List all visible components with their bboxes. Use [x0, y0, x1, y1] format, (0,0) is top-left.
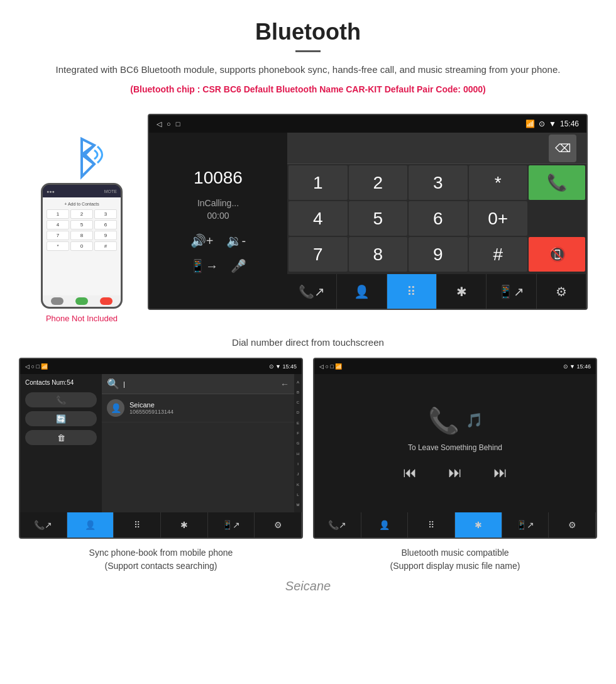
- contact-info: Seicane 10655059113144: [129, 401, 289, 415]
- key-4[interactable]: 4: [289, 201, 348, 236]
- contacts-right-panel: 🔍 | ← 👤 Seicane 10655059113144: [102, 374, 294, 512]
- music-body: 📞 🎵 To Leave Something Behind ⏮ ⏭ ⏭: [314, 374, 596, 512]
- caption-left-text: Sync phone-book from mobile phone(Suppor…: [89, 548, 233, 571]
- phone-keypad: 1 2 3 4 5 6 7 8 9 * 0 #: [45, 208, 118, 252]
- play-pause-button[interactable]: ⏭: [448, 465, 462, 481]
- key-3[interactable]: 3: [409, 165, 468, 200]
- music-icon-area: 📞 🎵: [428, 406, 483, 436]
- delete-action-btn[interactable]: 🗑: [25, 430, 97, 445]
- c-back-icon: ◁: [25, 363, 30, 370]
- contact-number: 10655059113144: [129, 409, 289, 415]
- call-status: InCalling...: [197, 198, 239, 208]
- contact-name: Seicane: [129, 401, 289, 409]
- dialed-number: 10086: [194, 168, 243, 188]
- c-bottom-contacts[interactable]: 👤: [67, 512, 114, 538]
- phone-call-btn: [75, 297, 88, 305]
- m-time: 15:46: [576, 363, 591, 370]
- wifi-icon: ▼: [549, 119, 556, 128]
- key-2[interactable]: 2: [349, 165, 408, 200]
- m-bottom-settings[interactable]: ⚙: [549, 512, 596, 538]
- signal-icons: 📶: [525, 119, 535, 128]
- key-8[interactable]: 8: [349, 237, 408, 272]
- music-playback-controls: ⏮ ⏭ ⏭: [403, 465, 507, 481]
- sync-action-btn[interactable]: 🔄: [25, 411, 97, 426]
- phone-key-3: 3: [94, 209, 117, 219]
- contacts-time: ⊙ ▼ 15:45: [269, 363, 297, 370]
- call-action-btn[interactable]: 📞: [25, 392, 97, 407]
- c-bottom-bt[interactable]: ✱: [161, 512, 208, 538]
- c-recent-icon: □: [36, 363, 39, 370]
- phone-key-8: 8: [70, 231, 93, 240]
- status-left: ◁ ○ □: [157, 120, 180, 128]
- music-song-title: To Leave Something Behind: [408, 443, 502, 452]
- m-bottom-phone[interactable]: 📞↗: [314, 512, 361, 538]
- c-bottom-settings[interactable]: ⚙: [255, 512, 302, 538]
- m-recent-icon: □: [330, 363, 333, 370]
- key-7[interactable]: 7: [289, 237, 348, 272]
- backspace-button[interactable]: ⌫: [549, 135, 576, 162]
- c-bottom-phone[interactable]: 📞↗: [20, 512, 67, 538]
- phone-key-hash: #: [94, 241, 117, 251]
- m-bottom-contacts[interactable]: 👤: [361, 512, 409, 538]
- transfer-icon[interactable]: 📱→: [190, 258, 218, 273]
- phone-end-btn: [100, 297, 113, 305]
- bottom-bluetooth-icon[interactable]: ✱: [437, 274, 487, 309]
- key-1[interactable]: 1: [289, 165, 348, 200]
- m-bottom-transfer[interactable]: 📱↗: [502, 512, 549, 538]
- end-call-button[interactable]: 📵: [529, 237, 585, 272]
- music-time-area: ⊙ ▼ 15:46: [563, 363, 591, 370]
- contacts-body: Contacts Num:54 📞 🔄 🗑 🔍 | ← 👤 Seicane 10…: [20, 374, 302, 512]
- phone-key-6: 6: [94, 220, 117, 229]
- search-backspace-icon[interactable]: ←: [280, 379, 289, 389]
- c-bottom-transfer[interactable]: 📱↗: [208, 512, 255, 538]
- seicane-watermark: Seicane: [0, 573, 616, 600]
- prev-track-button[interactable]: ⏮: [403, 465, 417, 481]
- bluetooth-icon: [60, 133, 104, 183]
- bottom-transfer-icon[interactable]: 📱↗: [487, 274, 536, 309]
- contacts-screen: ◁ ○ □ 📶 ⊙ ▼ 15:45 Contacts Num:54 📞 🔄 🗑 …: [19, 358, 303, 539]
- volume-down-icon[interactable]: 🔉-: [226, 233, 246, 248]
- m-bottom-bt[interactable]: ✱: [455, 512, 502, 538]
- bottom-dialpad-icon[interactable]: ⠿: [387, 274, 437, 309]
- main-screenshot-area: ●●● MOTE + Add to Contacts 1 2 3 4 5 6 7…: [0, 108, 616, 329]
- dial-info-panel: 10086 InCalling... 00:00 🔊+ 🔉- 📱→ 🎤: [149, 133, 287, 309]
- mute-icon[interactable]: 🎤: [231, 258, 246, 273]
- contacts-count: Contacts Num:54: [25, 379, 97, 386]
- m-bottom-dial[interactable]: ⠿: [408, 512, 455, 538]
- contact-list-item[interactable]: 👤 Seicane 10655059113144: [102, 394, 294, 422]
- c-bottom-dial[interactable]: ⠿: [114, 512, 161, 538]
- music-screen: ◁ ○ □ 📶 ⊙ ▼ 15:46 📞 🎵 To Leave Something…: [313, 358, 597, 539]
- phone-key-star: *: [47, 241, 69, 251]
- captions-row: Sync phone-book from mobile phone(Suppor…: [0, 539, 616, 573]
- volume-up-icon[interactable]: 🔊+: [190, 233, 214, 248]
- nav-back-icon: ◁: [157, 120, 162, 128]
- contacts-bottom-bar: 📞↗ 👤 ⠿ ✱ 📱↗ ⚙: [20, 512, 302, 538]
- key-0plus[interactable]: 0+: [469, 201, 528, 236]
- key-5[interactable]: 5: [349, 201, 408, 236]
- call-button[interactable]: 📞: [529, 165, 585, 200]
- contacts-search-bar: 🔍 | ←: [102, 374, 294, 394]
- phone-key-2: 2: [70, 209, 93, 219]
- bottom-settings-icon[interactable]: ⚙: [537, 274, 586, 309]
- status-bar: ◁ ○ □ 📶 ⊙ ▼ 15:46: [149, 115, 586, 133]
- phone-key-1: 1: [47, 209, 69, 219]
- extra-controls: 📱→ 🎤: [190, 258, 246, 273]
- caption-right-text: Bluetooth music compatible(Support displ…: [390, 548, 520, 571]
- phone-side-panel: ●●● MOTE + Add to Contacts 1 2 3 4 5 6 7…: [28, 114, 135, 323]
- key-9[interactable]: 9: [409, 237, 468, 272]
- volume-controls: 🔊+ 🔉-: [190, 233, 246, 248]
- music-note-icon: 🎵: [466, 412, 483, 429]
- dial-body: 10086 InCalling... 00:00 🔊+ 🔉- 📱→ 🎤 ⌫: [149, 133, 586, 309]
- bottom-contacts-icon[interactable]: 👤: [337, 274, 387, 309]
- key-6[interactable]: 6: [409, 201, 468, 236]
- key-hash[interactable]: #: [469, 237, 528, 272]
- keypad-display-row: ⌫: [287, 133, 586, 164]
- caption-right: Bluetooth music compatible(Support displ…: [313, 546, 597, 573]
- contact-avatar: 👤: [107, 399, 124, 417]
- phone-not-included-label: Phone Not Included: [46, 314, 118, 323]
- key-star[interactable]: *: [469, 165, 528, 200]
- next-track-button[interactable]: ⏭: [493, 465, 507, 481]
- nav-home-icon: ○: [167, 120, 171, 128]
- dial-keypad: ⌫ 1 2 3 * 📞 4 5 6 0+ 7 8 9 #: [287, 133, 586, 309]
- bottom-phone-icon[interactable]: 📞↗: [287, 274, 337, 309]
